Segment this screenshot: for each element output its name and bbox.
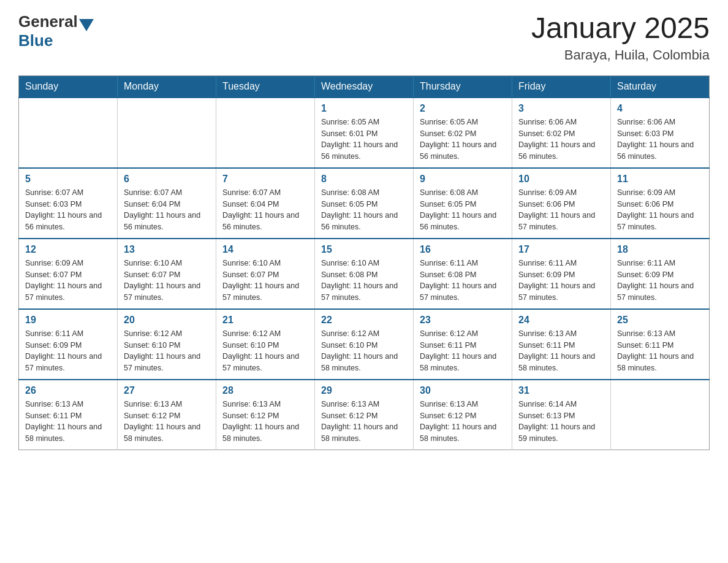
page-header: General Blue January 2025 Baraya, Huila,…: [18, 12, 710, 63]
logo-arrow-icon: [79, 19, 94, 31]
calendar-header: SundayMondayTuesdayWednesdayThursdayFrid…: [19, 75, 710, 98]
weekday-header-sunday: Sunday: [19, 75, 118, 98]
day-number: 4: [617, 103, 703, 114]
calendar-cell: 19Sunrise: 6:11 AM Sunset: 6:09 PM Dayli…: [19, 309, 118, 380]
day-info: Sunrise: 6:14 AM Sunset: 6:13 PM Dayligh…: [518, 399, 604, 445]
day-info: Sunrise: 6:12 AM Sunset: 6:10 PM Dayligh…: [124, 328, 210, 374]
calendar-body: 1Sunrise: 6:05 AM Sunset: 6:01 PM Daylig…: [19, 98, 710, 450]
day-info: Sunrise: 6:10 AM Sunset: 6:07 PM Dayligh…: [124, 258, 210, 304]
day-info: Sunrise: 6:10 AM Sunset: 6:08 PM Dayligh…: [321, 258, 407, 304]
day-info: Sunrise: 6:06 AM Sunset: 6:02 PM Dayligh…: [518, 117, 604, 163]
day-info: Sunrise: 6:13 AM Sunset: 6:12 PM Dayligh…: [222, 399, 308, 445]
calendar-cell: 5Sunrise: 6:07 AM Sunset: 6:03 PM Daylig…: [19, 168, 118, 239]
calendar-week-row: 19Sunrise: 6:11 AM Sunset: 6:09 PM Dayli…: [19, 309, 710, 380]
calendar-week-row: 12Sunrise: 6:09 AM Sunset: 6:07 PM Dayli…: [19, 239, 710, 309]
calendar-cell: 24Sunrise: 6:13 AM Sunset: 6:11 PM Dayli…: [512, 309, 611, 380]
calendar-cell: 4Sunrise: 6:06 AM Sunset: 6:03 PM Daylig…: [611, 98, 710, 168]
calendar-cell: 13Sunrise: 6:10 AM Sunset: 6:07 PM Dayli…: [118, 239, 216, 309]
weekday-header-monday: Monday: [118, 75, 216, 98]
calendar-cell: 28Sunrise: 6:13 AM Sunset: 6:12 PM Dayli…: [216, 380, 315, 450]
calendar-cell: 7Sunrise: 6:07 AM Sunset: 6:04 PM Daylig…: [216, 168, 315, 239]
day-info: Sunrise: 6:08 AM Sunset: 6:05 PM Dayligh…: [420, 187, 506, 233]
calendar-cell: 9Sunrise: 6:08 AM Sunset: 6:05 PM Daylig…: [414, 168, 512, 239]
day-number: 17: [518, 244, 604, 255]
day-info: Sunrise: 6:12 AM Sunset: 6:10 PM Dayligh…: [321, 328, 407, 374]
calendar-cell: 21Sunrise: 6:12 AM Sunset: 6:10 PM Dayli…: [216, 309, 315, 380]
day-number: 12: [25, 244, 111, 255]
day-number: 27: [124, 385, 210, 396]
day-number: 10: [518, 174, 604, 185]
day-number: 28: [222, 385, 308, 396]
calendar-table: SundayMondayTuesdayWednesdayThursdayFrid…: [18, 75, 710, 450]
day-info: Sunrise: 6:12 AM Sunset: 6:10 PM Dayligh…: [222, 328, 308, 374]
logo: General Blue: [18, 12, 94, 50]
day-number: 21: [222, 315, 308, 326]
day-info: Sunrise: 6:10 AM Sunset: 6:07 PM Dayligh…: [222, 258, 308, 304]
day-info: Sunrise: 6:07 AM Sunset: 6:04 PM Dayligh…: [124, 187, 210, 233]
weekday-header-wednesday: Wednesday: [315, 75, 414, 98]
day-info: Sunrise: 6:11 AM Sunset: 6:09 PM Dayligh…: [25, 328, 111, 374]
day-number: 9: [420, 174, 506, 185]
day-number: 30: [420, 385, 506, 396]
day-number: 24: [518, 315, 604, 326]
day-info: Sunrise: 6:06 AM Sunset: 6:03 PM Dayligh…: [617, 117, 703, 163]
calendar-cell: 25Sunrise: 6:13 AM Sunset: 6:11 PM Dayli…: [611, 309, 710, 380]
calendar-cell: 18Sunrise: 6:11 AM Sunset: 6:09 PM Dayli…: [611, 239, 710, 309]
calendar-cell: 30Sunrise: 6:13 AM Sunset: 6:12 PM Dayli…: [414, 380, 512, 450]
calendar-week-row: 5Sunrise: 6:07 AM Sunset: 6:03 PM Daylig…: [19, 168, 710, 239]
calendar-cell: 12Sunrise: 6:09 AM Sunset: 6:07 PM Dayli…: [19, 239, 118, 309]
weekday-header-thursday: Thursday: [414, 75, 512, 98]
day-number: 3: [518, 103, 604, 114]
calendar-week-row: 26Sunrise: 6:13 AM Sunset: 6:11 PM Dayli…: [19, 380, 710, 450]
day-number: 25: [617, 315, 703, 326]
calendar-cell: 2Sunrise: 6:05 AM Sunset: 6:02 PM Daylig…: [414, 98, 512, 168]
calendar-cell: 17Sunrise: 6:11 AM Sunset: 6:09 PM Dayli…: [512, 239, 611, 309]
day-info: Sunrise: 6:12 AM Sunset: 6:11 PM Dayligh…: [420, 328, 506, 374]
day-info: Sunrise: 6:13 AM Sunset: 6:11 PM Dayligh…: [518, 328, 604, 374]
day-info: Sunrise: 6:13 AM Sunset: 6:12 PM Dayligh…: [124, 399, 210, 445]
weekday-header-row: SundayMondayTuesdayWednesdayThursdayFrid…: [19, 75, 710, 98]
calendar-cell: 15Sunrise: 6:10 AM Sunset: 6:08 PM Dayli…: [315, 239, 414, 309]
calendar-cell: 26Sunrise: 6:13 AM Sunset: 6:11 PM Dayli…: [19, 380, 118, 450]
day-info: Sunrise: 6:09 AM Sunset: 6:07 PM Dayligh…: [25, 258, 111, 304]
logo-general-text: General: [18, 12, 78, 31]
calendar-cell: 3Sunrise: 6:06 AM Sunset: 6:02 PM Daylig…: [512, 98, 611, 168]
day-number: 31: [518, 385, 604, 396]
calendar-cell: 27Sunrise: 6:13 AM Sunset: 6:12 PM Dayli…: [118, 380, 216, 450]
calendar-cell: [611, 380, 710, 450]
day-info: Sunrise: 6:11 AM Sunset: 6:09 PM Dayligh…: [518, 258, 604, 304]
day-info: Sunrise: 6:13 AM Sunset: 6:12 PM Dayligh…: [321, 399, 407, 445]
day-number: 6: [124, 174, 210, 185]
day-number: 1: [321, 103, 407, 114]
day-number: 29: [321, 385, 407, 396]
calendar-cell: [19, 98, 118, 168]
day-number: 15: [321, 244, 407, 255]
day-number: 11: [617, 174, 703, 185]
day-number: 8: [321, 174, 407, 185]
calendar-cell: 6Sunrise: 6:07 AM Sunset: 6:04 PM Daylig…: [118, 168, 216, 239]
calendar-cell: 1Sunrise: 6:05 AM Sunset: 6:01 PM Daylig…: [315, 98, 414, 168]
day-info: Sunrise: 6:07 AM Sunset: 6:04 PM Dayligh…: [222, 187, 308, 233]
calendar-cell: 8Sunrise: 6:08 AM Sunset: 6:05 PM Daylig…: [315, 168, 414, 239]
calendar-title: January 2025: [531, 12, 710, 45]
title-section: January 2025 Baraya, Huila, Colombia: [531, 12, 710, 63]
calendar-cell: 22Sunrise: 6:12 AM Sunset: 6:10 PM Dayli…: [315, 309, 414, 380]
day-info: Sunrise: 6:13 AM Sunset: 6:11 PM Dayligh…: [617, 328, 703, 374]
day-info: Sunrise: 6:08 AM Sunset: 6:05 PM Dayligh…: [321, 187, 407, 233]
day-number: 26: [25, 385, 111, 396]
calendar-cell: 23Sunrise: 6:12 AM Sunset: 6:11 PM Dayli…: [414, 309, 512, 380]
weekday-header-friday: Friday: [512, 75, 611, 98]
weekday-header-saturday: Saturday: [611, 75, 710, 98]
day-number: 7: [222, 174, 308, 185]
calendar-cell: 31Sunrise: 6:14 AM Sunset: 6:13 PM Dayli…: [512, 380, 611, 450]
day-info: Sunrise: 6:05 AM Sunset: 6:02 PM Dayligh…: [420, 117, 506, 163]
day-info: Sunrise: 6:13 AM Sunset: 6:11 PM Dayligh…: [25, 399, 111, 445]
calendar-cell: 11Sunrise: 6:09 AM Sunset: 6:06 PM Dayli…: [611, 168, 710, 239]
day-number: 2: [420, 103, 506, 114]
day-number: 19: [25, 315, 111, 326]
day-info: Sunrise: 6:11 AM Sunset: 6:09 PM Dayligh…: [617, 258, 703, 304]
day-info: Sunrise: 6:09 AM Sunset: 6:06 PM Dayligh…: [518, 187, 604, 233]
day-info: Sunrise: 6:13 AM Sunset: 6:12 PM Dayligh…: [420, 399, 506, 445]
day-info: Sunrise: 6:07 AM Sunset: 6:03 PM Dayligh…: [25, 187, 111, 233]
day-number: 16: [420, 244, 506, 255]
